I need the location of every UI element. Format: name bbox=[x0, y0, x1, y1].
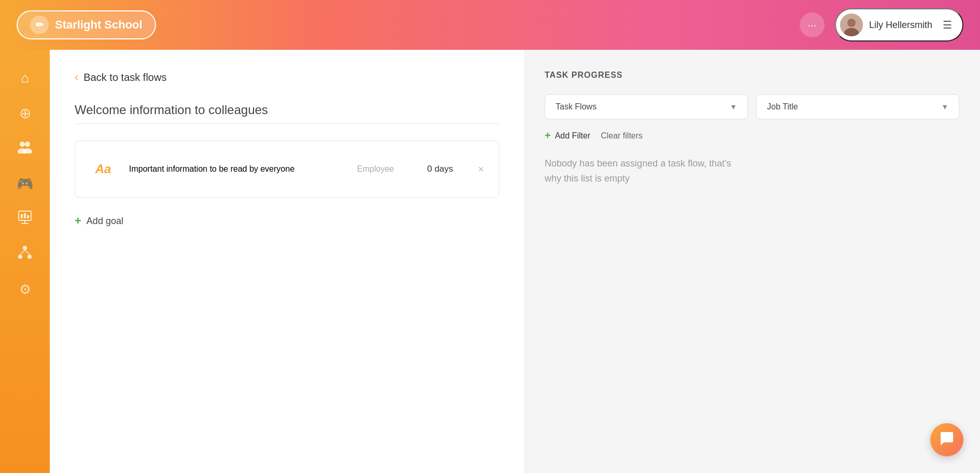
add-goal-plus-icon: + bbox=[75, 214, 81, 228]
panel-title: TASK PROGRESS bbox=[545, 71, 959, 80]
avatar bbox=[840, 13, 863, 36]
clear-filters-label: Clear filters bbox=[601, 131, 643, 140]
svg-rect-10 bbox=[21, 214, 23, 218]
svg-point-14 bbox=[18, 255, 22, 259]
svg-point-4 bbox=[25, 142, 30, 147]
sidebar-item-people[interactable] bbox=[9, 133, 40, 164]
user-name: Lily Hellersmith bbox=[869, 20, 932, 31]
hamburger-icon: ☰ bbox=[943, 19, 952, 31]
sidebar-item-org[interactable] bbox=[9, 239, 40, 270]
task-card: Aa Important information to be read by e… bbox=[75, 141, 499, 198]
svg-line-17 bbox=[25, 250, 30, 255]
sidebar-item-tasks[interactable]: ⊕ bbox=[9, 98, 40, 129]
svg-point-1 bbox=[847, 19, 856, 27]
chevron-down-icon: ▼ bbox=[730, 103, 737, 111]
sidebar-item-games[interactable]: 🎮 bbox=[9, 168, 40, 199]
back-label: Back to task flows bbox=[83, 72, 166, 84]
svg-point-3 bbox=[20, 142, 25, 147]
svg-line-16 bbox=[20, 250, 25, 255]
job-title-label: Job Title bbox=[767, 102, 798, 112]
add-filter-button[interactable]: + Add Filter bbox=[545, 130, 590, 142]
games-icon: 🎮 bbox=[17, 176, 33, 192]
right-panel: TASK PROGRESS Task Flows ▼ Job Title ▼ +… bbox=[524, 50, 980, 473]
add-filter-label: Add Filter bbox=[555, 131, 590, 141]
back-link[interactable]: ‹ Back to task flows bbox=[75, 71, 499, 84]
filter-actions: + Add Filter Clear filters bbox=[545, 130, 959, 142]
svg-rect-12 bbox=[27, 215, 29, 218]
task-flows-dropdown[interactable]: Task Flows ▼ bbox=[545, 94, 748, 119]
dots-button[interactable]: ··· bbox=[800, 12, 825, 37]
task-type-icon: Aa bbox=[90, 156, 117, 183]
task-remove-button[interactable]: × bbox=[478, 163, 484, 175]
people-icon bbox=[17, 140, 33, 157]
logo-text: Starlight School bbox=[55, 18, 143, 32]
sidebar: ⌂ ⊕ 🎮 bbox=[0, 50, 50, 473]
svg-rect-11 bbox=[24, 213, 26, 218]
sidebar-item-settings[interactable]: ⚙ bbox=[9, 274, 40, 305]
content-area: ‹ Back to task flows Welcome information… bbox=[50, 50, 524, 473]
tasks-icon: ⊕ bbox=[19, 105, 31, 122]
svg-point-15 bbox=[27, 255, 32, 259]
add-goal-button[interactable]: + Add goal bbox=[75, 214, 123, 228]
filters-row: Task Flows ▼ Job Title ▼ bbox=[545, 94, 959, 119]
sidebar-item-home[interactable]: ⌂ bbox=[9, 62, 40, 93]
sidebar-item-reports[interactable] bbox=[9, 203, 40, 234]
empty-state: Nobody has been assigned a task flow, th… bbox=[545, 156, 742, 186]
task-days: 0 days bbox=[427, 164, 453, 174]
clear-filters-button[interactable]: Clear filters bbox=[601, 131, 643, 141]
settings-icon: ⚙ bbox=[19, 282, 31, 298]
header-right: ··· Lily Hellersmith ☰ bbox=[800, 8, 963, 41]
svg-point-13 bbox=[23, 246, 27, 250]
task-role: Employee bbox=[357, 164, 394, 174]
logo-icon: ✏ bbox=[30, 16, 49, 34]
page-title: Welcome information to colleagues bbox=[75, 103, 499, 124]
home-icon: ⌂ bbox=[21, 70, 29, 86]
logo-button[interactable]: ✏ Starlight School bbox=[17, 10, 156, 39]
chat-icon bbox=[939, 430, 955, 450]
add-goal-label: Add goal bbox=[87, 216, 123, 227]
chat-fab-button[interactable] bbox=[930, 423, 963, 456]
org-icon bbox=[18, 245, 32, 263]
header: ✏ Starlight School ··· Lily Hellersmith … bbox=[0, 0, 980, 50]
job-title-dropdown[interactable]: Job Title ▼ bbox=[756, 94, 959, 119]
reports-icon bbox=[18, 210, 32, 228]
add-filter-plus-icon: + bbox=[545, 130, 551, 142]
user-menu-button[interactable]: Lily Hellersmith ☰ bbox=[835, 8, 963, 41]
chevron-down-icon-2: ▼ bbox=[941, 103, 948, 111]
back-chevron-icon: ‹ bbox=[75, 71, 78, 84]
task-flows-label: Task Flows bbox=[556, 102, 596, 112]
main-container: ‹ Back to task flows Welcome information… bbox=[50, 50, 980, 473]
dots-icon: ··· bbox=[808, 19, 817, 31]
task-title: Important information to be read by ever… bbox=[129, 164, 294, 173]
task-info: Important information to be read by ever… bbox=[129, 164, 324, 174]
